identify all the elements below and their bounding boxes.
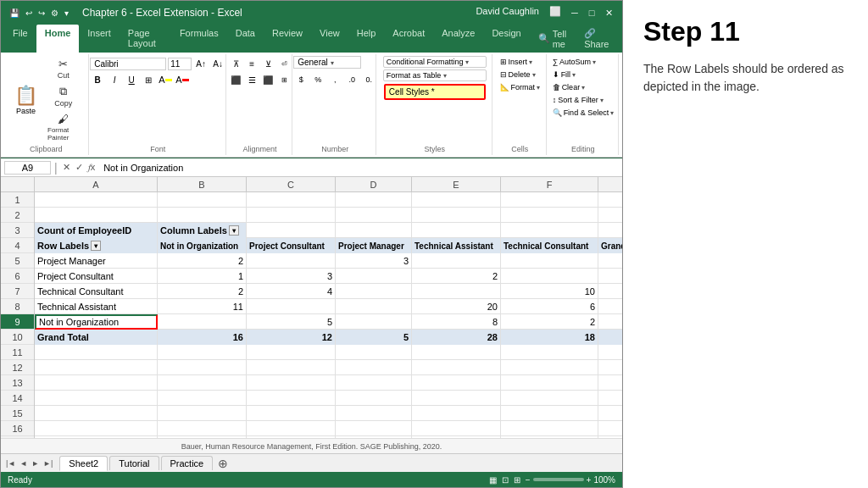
cell-g10[interactable]: 79 [598,330,622,345]
cell-c8[interactable] [247,299,336,314]
cell-d15[interactable] [336,406,412,421]
cell-b1[interactable] [158,192,247,208]
cell-a9[interactable]: Not in Organization [35,314,158,330]
sheet-nav-last[interactable]: ►| [42,458,54,469]
tab-formulas[interactable]: Formulas [171,25,227,53]
cell-a5[interactable]: Project Manager [35,253,158,269]
row-num-7[interactable]: 7 [1,284,34,299]
cell-e2[interactable] [412,208,501,223]
cell-d5[interactable]: 3 [336,253,412,269]
cell-d3[interactable] [336,223,412,238]
cell-e12[interactable] [412,360,501,375]
format-painter-button[interactable]: 🖌Format Painter [44,111,83,143]
cell-b5[interactable]: 2 [158,253,247,269]
cell-e6[interactable]: 2 [412,269,501,284]
cell-f13[interactable] [501,375,598,391]
cell-g11[interactable] [598,345,622,360]
cell-b13[interactable] [158,375,247,391]
cell-a14[interactable] [35,391,158,406]
cell-a7[interactable]: Technical Consultant [35,284,158,299]
cell-f5[interactable] [501,253,598,269]
cell-f10[interactable]: 18 [501,330,598,345]
row-num-10[interactable]: 10 [1,330,34,345]
align-center-btn[interactable]: ☰ [244,72,259,87]
cell-f1[interactable] [501,192,598,208]
conditional-formatting-button[interactable]: Conditional Formatting ▾ [383,56,487,68]
insert-function-icon[interactable]: 𝑓x [86,162,97,173]
fill-color-button[interactable]: A [158,72,173,87]
cell-d6[interactable] [336,269,412,284]
undo-quick-btn[interactable]: ↩ [24,8,34,18]
cancel-formula-icon[interactable]: ✕ [61,162,72,173]
cell-b11[interactable] [158,345,247,360]
tab-analyze[interactable]: Analyze [433,25,483,53]
copy-button[interactable]: ⧉Copy [44,83,83,109]
save-quick-btn[interactable]: 💾 [8,8,21,18]
currency-btn[interactable]: $ [293,72,309,87]
cell-f14[interactable] [501,391,598,406]
zoom-in-icon[interactable]: + [587,475,592,485]
format-button[interactable]: 📐 Format ▾ [496,81,545,93]
col-header-b[interactable]: B [158,177,247,191]
cell-d11[interactable] [336,345,412,360]
cell-e1[interactable] [412,192,501,208]
fill-button[interactable]: ⬇ Fill ▾ [548,69,619,80]
format-as-table-button[interactable]: Format as Table ▾ [383,69,487,81]
align-middle-btn[interactable]: ≡ [244,56,259,71]
cell-a2[interactable] [35,208,158,223]
align-right-btn[interactable]: ⬛ [260,72,275,87]
sum-button[interactable]: ∑ AutoSum ▾ [548,56,619,68]
cell-b2[interactable] [158,208,247,223]
comma-btn[interactable]: , [327,72,342,87]
tab-acrobat[interactable]: Acrobat [384,25,433,53]
underline-button[interactable]: U [124,72,139,87]
sheet-nav-first[interactable]: |◄ [4,458,17,469]
cell-g5[interactable]: 5 [598,253,622,269]
cell-c12[interactable] [247,360,336,375]
row-num-1[interactable]: 1 [1,192,34,208]
cell-f8[interactable]: 6 [501,299,598,314]
cell-g1[interactable] [598,192,622,208]
cell-g8[interactable]: 37 [598,299,622,314]
row-num-2[interactable]: 2 [1,208,34,223]
cell-e8[interactable]: 20 [412,299,501,314]
col-header-c[interactable]: C [247,177,336,191]
col-header-f[interactable]: F [501,177,598,191]
cell-d7[interactable] [336,284,412,299]
cell-g15[interactable] [598,406,622,421]
font-name-box[interactable]: Calibri [90,58,166,70]
row-num-11[interactable]: 11 [1,345,34,360]
cell-f15[interactable] [501,406,598,421]
cell-g7[interactable]: 16 [598,284,622,299]
cell-c11[interactable] [247,345,336,360]
cell-e15[interactable] [412,406,501,421]
wrap-text-btn[interactable]: ⏎ [276,56,292,71]
row-num-15[interactable]: 15 [1,406,34,421]
align-top-btn[interactable]: ⊼ [228,56,243,71]
cell-b10[interactable]: 16 [158,330,247,345]
cell-b8[interactable]: 11 [158,299,247,314]
cell-e16[interactable] [412,421,501,436]
cell-c6[interactable]: 3 [247,269,336,284]
font-size-box[interactable]: 11 [168,58,192,70]
cell-a12[interactable] [35,360,158,375]
delete-button[interactable]: ⊟ Delete ▾ [496,69,545,80]
cell-e10[interactable]: 28 [412,330,501,345]
ribbon-collapse-icon[interactable]: ⬜ [549,6,561,19]
cell-d2[interactable] [336,208,412,223]
cell-e13[interactable] [412,375,501,391]
cell-d9[interactable] [336,314,412,330]
italic-button[interactable]: I [107,72,122,87]
cell-styles-button[interactable]: Cell Styles * [384,84,486,100]
number-format-box[interactable]: General ▾ [293,56,361,69]
col-header-d[interactable]: D [336,177,412,191]
cell-b15[interactable] [158,406,247,421]
cell-d1[interactable] [336,192,412,208]
percent-btn[interactable]: % [310,72,326,87]
tab-help[interactable]: Help [348,25,385,53]
sheet-tab-tutorial[interactable]: Tutorial [109,456,159,470]
insert-button[interactable]: ⊞ Insert ▾ [496,56,545,68]
cell-b9[interactable] [158,314,247,330]
tab-insert[interactable]: Insert [79,25,120,53]
clear-button[interactable]: 🗑 Clear ▾ [548,81,619,93]
